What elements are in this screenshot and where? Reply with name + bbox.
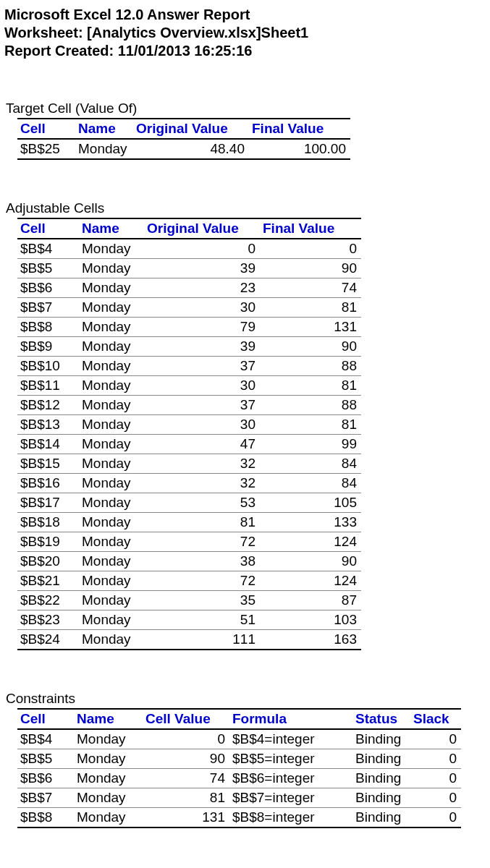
formula: $B$6=integer xyxy=(229,769,352,788)
original-value: 35 xyxy=(144,591,260,610)
adjustable-cells-table: Cell Name Original Value Final Value $B$… xyxy=(17,218,361,650)
final-value: 81 xyxy=(260,376,361,396)
cell-ref: $B$11 xyxy=(17,376,79,396)
constraints-section: Constraints Cell Name Cell Value Formula… xyxy=(4,691,483,828)
cell-name: Monday xyxy=(79,415,144,435)
formula: $B$8=integer xyxy=(229,808,352,828)
cell-ref: $B$10 xyxy=(17,357,79,376)
formula: $B$4=integer xyxy=(229,729,352,749)
status: Binding xyxy=(352,729,410,749)
table-row: $B$8Monday131$B$8=integerBinding0 xyxy=(17,808,461,828)
original-value: 39 xyxy=(144,259,260,278)
report-worksheet: Worksheet: [Analytics Overview.xlsx]Shee… xyxy=(4,24,483,42)
constraints-title: Constraints xyxy=(4,691,483,707)
cell-name: Monday xyxy=(79,591,144,610)
final-value: 81 xyxy=(260,415,361,435)
final-value: 103 xyxy=(260,610,361,630)
table-row: $B$12Monday3788 xyxy=(17,396,361,415)
cell-name: Monday xyxy=(79,376,144,396)
formula: $B$5=integer xyxy=(229,749,352,769)
slack: 0 xyxy=(410,769,461,788)
table-row: $B$19Monday72124 xyxy=(17,532,361,552)
cell-name: Monday xyxy=(79,474,144,493)
cell-ref: $B$16 xyxy=(17,474,79,493)
original-value: 30 xyxy=(144,415,260,435)
col-slack: Slack xyxy=(410,709,461,729)
target-cell-table: Cell Name Original Value Final Value $B$… xyxy=(17,118,350,160)
cell-name: Monday xyxy=(74,749,143,769)
original-value: 37 xyxy=(144,396,260,415)
cell-name: Monday xyxy=(79,259,144,278)
cell-ref: $B$23 xyxy=(17,610,79,630)
col-name: Name xyxy=(74,709,143,729)
final-value: 74 xyxy=(260,278,361,298)
table-row: $B$4Monday0$B$4=integerBinding0 xyxy=(17,729,461,749)
cell-name: Monday xyxy=(79,552,144,571)
cell-name: Monday xyxy=(79,610,144,630)
slack: 0 xyxy=(410,729,461,749)
cell-ref: $B$5 xyxy=(17,259,79,278)
status: Binding xyxy=(352,788,410,808)
cell-ref: $B$8 xyxy=(17,808,74,828)
target-cell-title: Target Cell (Value Of) xyxy=(4,101,483,116)
original-value: 39 xyxy=(144,337,260,357)
cell-ref: $B$9 xyxy=(17,337,79,357)
cell-name: Monday xyxy=(74,808,143,828)
table-row: $B$7Monday3081 xyxy=(17,298,361,318)
table-row: $B$16Monday3284 xyxy=(17,474,361,493)
final-value: 100.00 xyxy=(249,139,350,159)
original-value: 30 xyxy=(144,376,260,396)
table-row: $B$24Monday111163 xyxy=(17,630,361,650)
cell-value: 81 xyxy=(143,788,229,808)
status: Binding xyxy=(352,749,410,769)
cell-name: Monday xyxy=(74,788,143,808)
final-value: 0 xyxy=(260,239,361,259)
cell-name: Monday xyxy=(79,493,144,513)
col-cell: Cell xyxy=(17,218,79,239)
cell-ref: $B$20 xyxy=(17,552,79,571)
cell-ref: $B$12 xyxy=(17,396,79,415)
table-row: $B$5Monday3990 xyxy=(17,259,361,278)
table-row: $B$18Monday81133 xyxy=(17,513,361,532)
original-value: 38 xyxy=(144,552,260,571)
cell-ref: $B$8 xyxy=(17,318,79,337)
original-value: 81 xyxy=(144,513,260,532)
table-row: $B$6Monday2374 xyxy=(17,278,361,298)
cell-name: Monday xyxy=(79,454,144,474)
table-row: $B$17Monday53105 xyxy=(17,493,361,513)
final-value: 99 xyxy=(260,435,361,454)
status: Binding xyxy=(352,808,410,828)
col-cell: Cell xyxy=(17,119,75,139)
col-formula: Formula xyxy=(229,709,352,729)
table-row: $B$10Monday3788 xyxy=(17,357,361,376)
final-value: 90 xyxy=(260,552,361,571)
cell-ref: $B$6 xyxy=(17,278,79,298)
cell-ref: $B$21 xyxy=(17,571,79,591)
original-value: 32 xyxy=(144,454,260,474)
adjustable-cells-section: Adjustable Cells Cell Name Original Valu… xyxy=(4,200,483,650)
cell-ref: $B$4 xyxy=(17,239,79,259)
final-value: 131 xyxy=(260,318,361,337)
cell-value: 74 xyxy=(143,769,229,788)
col-final: Final Value xyxy=(249,119,350,139)
answer-report-page: Microsoft Excel 12.0 Answer Report Works… xyxy=(0,0,490,835)
col-original: Original Value xyxy=(133,119,249,139)
original-value: 47 xyxy=(144,435,260,454)
col-name: Name xyxy=(75,119,133,139)
col-status: Status xyxy=(352,709,410,729)
cell-name: Monday xyxy=(79,337,144,357)
original-value: 111 xyxy=(144,630,260,650)
formula: $B$7=integer xyxy=(229,788,352,808)
cell-name: Monday xyxy=(74,729,143,749)
table-row: $B$9Monday3990 xyxy=(17,337,361,357)
original-value: 72 xyxy=(144,571,260,591)
final-value: 90 xyxy=(260,259,361,278)
cell-name: Monday xyxy=(79,278,144,298)
original-value: 53 xyxy=(144,493,260,513)
final-value: 105 xyxy=(260,493,361,513)
cell-value: 0 xyxy=(143,729,229,749)
original-value: 79 xyxy=(144,318,260,337)
cell-ref: $B$13 xyxy=(17,415,79,435)
cell-value: 90 xyxy=(143,749,229,769)
cell-ref: $B$15 xyxy=(17,454,79,474)
